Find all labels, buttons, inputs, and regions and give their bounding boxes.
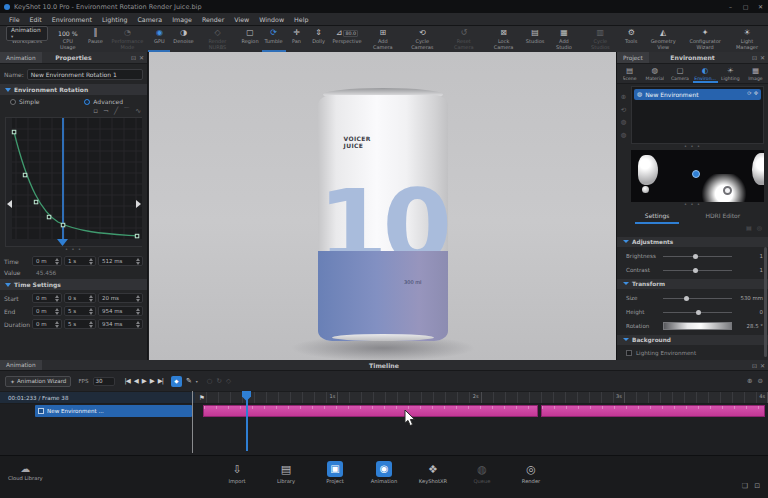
undock-icon[interactable]: ⊡ xyxy=(131,54,136,61)
seconds-input[interactable]: 5 s xyxy=(64,306,96,316)
adjustments-section[interactable]: Adjustments xyxy=(617,237,768,247)
spinner[interactable] xyxy=(88,308,94,315)
project-tab[interactable]: Project xyxy=(617,52,649,63)
ruler-track[interactable]: ⚑ 1s2s3s4s xyxy=(195,392,768,403)
zoom-in-icon[interactable]: ⊕ xyxy=(747,377,752,385)
dock-button[interactable]: ❖ KeyShotXR xyxy=(415,461,451,484)
close-panel-icon[interactable]: ✕ xyxy=(760,362,765,369)
spinner[interactable] xyxy=(135,295,141,302)
curve-step-icon[interactable]: ¬ xyxy=(103,108,109,115)
ruler-tick[interactable]: 3s xyxy=(482,392,625,403)
animation-name-input[interactable]: New Environment Rotation 1 xyxy=(27,69,143,80)
menu-item[interactable]: Image xyxy=(167,16,197,23)
maximize-button[interactable]: ▢ xyxy=(738,0,753,13)
brush-icon[interactable]: ✎ xyxy=(186,377,192,385)
ruler-tick[interactable]: 4s xyxy=(625,392,768,403)
dock-button[interactable]: ◍ Queue xyxy=(464,461,500,484)
seconds-input[interactable]: 5 s xyxy=(64,319,96,329)
juice-can-model[interactable]: 10 VOICER JUICE 300 ml xyxy=(318,88,448,344)
spinner[interactable] xyxy=(135,308,141,315)
step-forward-icon[interactable]: ▶ xyxy=(150,378,154,385)
toolbar-button[interactable]: ☀ Light Manager xyxy=(726,26,768,52)
toolbar-button[interactable]: ⊿ 80.0 Perspective xyxy=(330,26,365,52)
height-slider[interactable] xyxy=(663,308,732,316)
rotation-value[interactable]: 28.5 ° xyxy=(736,323,763,329)
close-panel-icon[interactable]: ✕ xyxy=(139,54,144,61)
screenshot-icon[interactable]: ❏ xyxy=(742,482,748,490)
toolbar-button[interactable]: ◑ Denoise xyxy=(170,26,196,52)
spinner[interactable] xyxy=(88,295,94,302)
skip-end-icon[interactable]: ▶| xyxy=(158,378,163,385)
undo-icon[interactable]: ⟲ xyxy=(621,107,626,114)
environment-rotation-pin[interactable] xyxy=(692,170,700,178)
add-icon[interactable]: ⊕ xyxy=(621,94,626,101)
milliseconds-input[interactable]: 934 ms xyxy=(98,319,143,329)
close-panel-icon[interactable]: ✕ xyxy=(760,54,765,61)
contrast-value[interactable]: 1 xyxy=(736,267,763,273)
project-tab-item[interactable]: ▤ Scene xyxy=(617,65,642,83)
toolbar-button[interactable]: ◉ GPU xyxy=(148,26,170,52)
play-icon[interactable]: ▶ xyxy=(142,378,146,385)
ruler-tick[interactable]: 1s xyxy=(195,392,338,403)
animation-curve-editor[interactable] xyxy=(5,117,142,247)
transform-section[interactable]: Transform xyxy=(617,279,768,289)
sphere-icon[interactable]: ◍ xyxy=(621,132,627,139)
project-tab-item[interactable]: ◍ Material xyxy=(642,65,667,83)
background-section[interactable]: Background xyxy=(617,335,768,345)
keyframe-lock-button[interactable]: ◆ xyxy=(171,376,182,387)
curve-ease-icon[interactable]: ⌒ xyxy=(123,108,130,115)
size-value[interactable]: 530 mm xyxy=(736,295,763,301)
environment-list-item[interactable]: ◍ New Environment ⟳✜ xyxy=(634,89,761,100)
toolbar-button[interactable]: ✦ Configurator Wizard xyxy=(684,26,726,52)
toolbar-button[interactable]: ▦ Add Studio xyxy=(547,26,580,52)
curve-linear-icon[interactable]: ╱ xyxy=(114,108,118,115)
preview-resize-handle[interactable]: • • • xyxy=(617,202,768,208)
animation-bar-segment[interactable] xyxy=(541,405,765,417)
minutes-input[interactable]: 0 m xyxy=(32,293,62,303)
skip-start-icon[interactable]: |◀ xyxy=(125,378,130,385)
toolbar-button[interactable]: ◭ Geometry View xyxy=(642,26,684,52)
spinner[interactable] xyxy=(54,258,60,265)
pin-icon[interactable]: ✜ xyxy=(754,91,758,96)
realtime-viewport[interactable]: 10 VOICER JUICE 300 ml xyxy=(149,52,616,360)
fit-view-icon[interactable]: ▫ xyxy=(93,108,98,115)
lighting-environment-checkbox[interactable] xyxy=(626,350,632,356)
refresh-icon[interactable]: ⟳ xyxy=(747,91,751,96)
spinner[interactable] xyxy=(54,308,60,315)
time-settings-section[interactable]: Time Settings xyxy=(0,279,147,290)
project-tab-item[interactable]: ▦ Image xyxy=(743,65,768,83)
step-back-icon[interactable]: ◀ xyxy=(134,378,138,385)
material-icon[interactable]: ◍ xyxy=(621,119,627,126)
size-slider[interactable] xyxy=(663,294,732,302)
time-minutes-input[interactable]: 0 m xyxy=(32,256,62,266)
toolbar-button[interactable]: 100 % CPU Usage xyxy=(51,26,84,52)
menu-item[interactable]: Lighting xyxy=(97,16,132,23)
toolbar-button[interactable]: ✛ Pan xyxy=(286,26,308,52)
animation-tab[interactable]: Animation xyxy=(0,52,42,63)
spinner[interactable] xyxy=(54,295,60,302)
menu-item[interactable]: Render xyxy=(197,16,229,23)
search-icon[interactable]: ◎ xyxy=(757,225,762,233)
project-tab-item[interactable]: ◐ Environ... xyxy=(693,65,718,83)
dock-button[interactable]: ▤ Library xyxy=(268,461,304,484)
zoom-out-icon[interactable]: ⊖ xyxy=(758,377,763,385)
toolbar-button[interactable]: ‖ Pause xyxy=(84,26,106,52)
brush-dropdown-caret[interactable]: ▾ xyxy=(196,379,198,384)
menu-item[interactable]: Environment xyxy=(47,16,97,23)
brightness-slider[interactable] xyxy=(663,252,732,260)
undock-icon[interactable]: ⊡ xyxy=(752,362,757,369)
spinner[interactable] xyxy=(135,321,141,328)
toolbar-button[interactable]: ⇕ Dolly xyxy=(308,26,330,52)
toolbar-button[interactable]: ◇ Render NURBS xyxy=(197,26,239,52)
milliseconds-input[interactable]: 954 ms xyxy=(98,306,143,316)
menu-item[interactable]: Window xyxy=(254,16,289,23)
menu-item[interactable]: File xyxy=(4,16,25,23)
minimize-button[interactable]: – xyxy=(723,0,738,13)
advanced-radio[interactable]: Advanced xyxy=(84,98,123,105)
milliseconds-input[interactable]: 20 ms xyxy=(98,293,143,303)
fullscreen-icon[interactable]: ⊡ xyxy=(754,482,760,490)
menu-item[interactable]: View xyxy=(229,16,254,23)
curve-spline-icon[interactable]: ∿ xyxy=(135,108,141,115)
hdri-editor-subtab[interactable]: HDRI Editor xyxy=(695,211,750,224)
close-button[interactable]: ✕ xyxy=(753,0,768,13)
